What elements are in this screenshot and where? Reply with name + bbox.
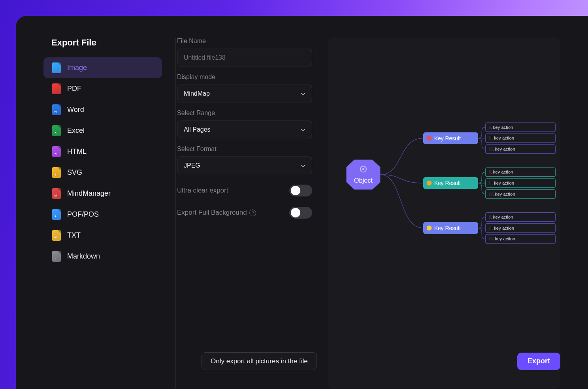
file-icon: M — [52, 188, 61, 199]
svg-text:i. key action: i. key action — [490, 170, 513, 174]
sidebar: Export File ImagePDFWWordXExcelHHTMLSSVG… — [43, 38, 162, 389]
svg-point-22 — [427, 225, 432, 230]
file-icon — [52, 83, 61, 94]
select-range-value: All Pages — [184, 126, 211, 133]
sidebar-item-mindmanager[interactable]: MMindManager — [43, 183, 162, 204]
display-mode-group: Display mode MindMap — [177, 74, 312, 102]
ultra-clear-row: Ultra clear export — [177, 185, 312, 196]
sidebar-item-excel[interactable]: XExcel — [43, 120, 162, 141]
sidebar-item-svg[interactable]: SSVG — [43, 162, 162, 183]
svg-text:i. key action: i. key action — [490, 215, 513, 219]
select-range-group: Select Range All Pages — [177, 110, 312, 138]
file-name-group: File Name — [177, 38, 312, 66]
svg-text:iii. key action: iii. key action — [490, 147, 515, 151]
chevron-down-icon — [301, 127, 305, 132]
svg-text:Key Result: Key Result — [434, 180, 461, 186]
select-range-label: Select Range — [177, 110, 312, 117]
display-mode-value: MindMap — [184, 90, 210, 97]
sidebar-item-word[interactable]: WWord — [43, 99, 162, 120]
sidebar-item-label: HTML — [67, 147, 87, 156]
svg-text:iii. key action: iii. key action — [490, 236, 515, 241]
export-dialog: Export File ImagePDFWWordXExcelHHTMLSSVG… — [16, 16, 588, 389]
preview-panel: ObjectKey Resulti. key actionii. key act… — [328, 38, 560, 389]
display-mode-label: Display mode — [177, 74, 312, 81]
export-background-row: Export Full Background ? — [177, 207, 312, 219]
sidebar-item-html[interactable]: HHTML — [43, 141, 162, 162]
file-icon: P — [52, 209, 61, 220]
file-icon: W — [52, 104, 61, 115]
toggle-knob — [291, 208, 300, 217]
sidebar-item-label: TXT — [67, 231, 81, 240]
svg-text:ii. key action: ii. key action — [490, 226, 514, 230]
mindmap-preview: ObjectKey Resulti. key actionii. key act… — [336, 105, 560, 251]
sidebar-item-label: SVG — [67, 168, 82, 177]
file-icon: H — [52, 146, 61, 157]
file-icon — [52, 62, 61, 73]
sidebar-item-label: MindManager — [67, 189, 111, 198]
file-icon: ↓ — [52, 251, 61, 262]
select-range-select[interactable]: All Pages — [177, 121, 312, 138]
select-format-group: Select Format JPEG — [177, 145, 312, 174]
svg-point-1 — [362, 168, 364, 170]
export-button[interactable]: Export — [517, 353, 560, 370]
svg-text:Key Result: Key Result — [434, 225, 461, 231]
svg-text:ii. key action: ii. key action — [490, 136, 514, 140]
sidebar-list: ImagePDFWWordXExcelHHTMLSSVGMMindManager… — [43, 57, 162, 267]
svg-text:Key Result: Key Result — [434, 135, 461, 142]
sidebar-item-label: Markdown — [67, 252, 100, 261]
chevron-down-icon — [301, 163, 305, 168]
main-panel: File Name Display mode MindMap Select Ra… — [162, 38, 560, 389]
svg-text:Object: Object — [354, 177, 373, 184]
vertical-divider — [175, 38, 176, 389]
file-icon: txt — [52, 230, 61, 241]
help-icon[interactable]: ? — [249, 210, 256, 216]
select-format-label: Select Format — [177, 145, 312, 153]
sidebar-item-label: POF/POS — [67, 210, 99, 219]
display-mode-select[interactable]: MindMap — [177, 85, 312, 102]
toggle-knob — [291, 186, 300, 195]
export-background-label: Export Full Background ? — [177, 209, 256, 217]
sidebar-item-label: Excel — [67, 127, 85, 135]
sidebar-item-label: PDF — [67, 85, 81, 93]
file-name-label: File Name — [177, 38, 312, 45]
svg-point-4 — [427, 136, 432, 141]
sidebar-item-pdf[interactable]: PDF — [43, 78, 162, 99]
svg-text:ii. key action: ii. key action — [490, 181, 514, 185]
select-format-value: JPEG — [184, 162, 200, 169]
svg-point-13 — [427, 181, 432, 186]
sidebar-item-label: Word — [67, 106, 84, 114]
ultra-clear-toggle[interactable] — [289, 185, 312, 196]
svg-text:i. key action: i. key action — [490, 125, 513, 130]
export-background-toggle[interactable] — [289, 207, 312, 219]
chevron-down-icon — [301, 91, 305, 96]
sidebar-item-txt[interactable]: txtTXT — [43, 225, 162, 246]
sidebar-item-markdown[interactable]: ↓Markdown — [43, 246, 162, 267]
ultra-clear-label: Ultra clear export — [177, 187, 228, 194]
select-format-select[interactable]: JPEG — [177, 157, 312, 174]
form-column: File Name Display mode MindMap Select Ra… — [177, 38, 312, 389]
dialog-title: Export File — [43, 38, 162, 57]
sidebar-item-image[interactable]: Image — [43, 57, 162, 78]
file-icon: S — [52, 167, 61, 178]
svg-text:iii. key action: iii. key action — [490, 192, 515, 196]
file-icon: X — [52, 125, 61, 136]
export-background-text: Export Full Background — [177, 209, 247, 217]
only-export-pictures-button[interactable]: Only export all pictures in the file — [202, 352, 317, 370]
sidebar-item-label: Image — [67, 64, 87, 72]
file-name-input[interactable] — [177, 49, 312, 66]
footer: Only export all pictures in the file Exp… — [202, 352, 560, 370]
sidebar-item-pof-pos[interactable]: PPOF/POS — [43, 204, 162, 225]
